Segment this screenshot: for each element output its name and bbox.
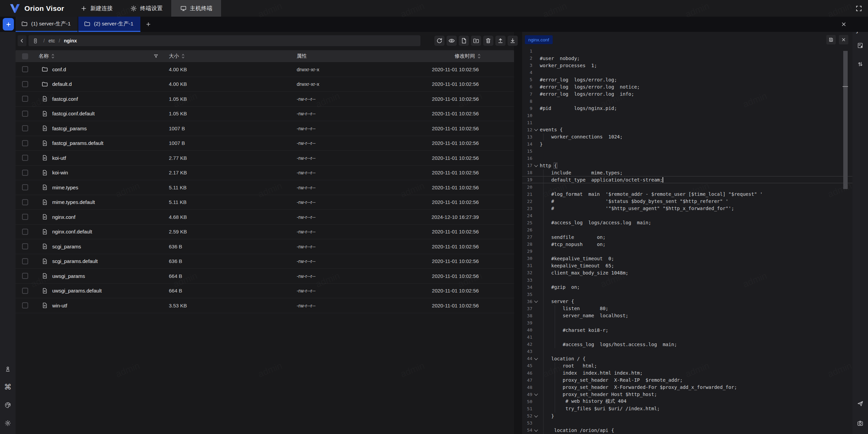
table-row-default.d[interactable]: default.d4.00 KBdrwxr-xr-x2020-11-01 10:… [16,77,514,92]
fold-chevron-icon[interactable] [532,357,540,360]
row-checkbox[interactable] [22,229,28,235]
sort-icon[interactable] [181,54,185,59]
code-line-24[interactable]: 24 [522,212,852,219]
row-checkbox[interactable] [22,184,28,190]
code-line-54[interactable]: 54 location /orion/api { [522,427,852,434]
send-button[interactable] [855,399,865,408]
table-row-conf.d[interactable]: conf.d4.00 KBdrwxr-xr-x2020-11-01 10:02:… [16,62,514,77]
save-button[interactable] [826,35,836,44]
row-checkbox[interactable] [22,81,28,87]
code-line-33[interactable]: 33 [522,277,852,284]
code-line-20[interactable]: 20 [522,183,852,190]
code-line-1[interactable]: 1 [522,48,852,55]
row-checkbox[interactable] [22,140,28,146]
code-line-18[interactable]: 18 include mime.types; [522,169,852,176]
table-row-scgi_params.default[interactable]: scgi_params.default636 B-rw-r--r--2020-1… [16,254,514,269]
code-line-16[interactable]: 16 [522,155,852,162]
code-line-11[interactable]: 11 [522,119,852,126]
code-line-50[interactable]: 50 # web history 模式 404 [522,398,852,405]
path-segment-nginx[interactable]: nginx [64,38,77,43]
back-button[interactable] [18,35,26,46]
editor-file-tab[interactable]: nginx.conf [525,35,553,44]
close-panel-icon[interactable] [841,21,847,27]
fold-chevron-icon[interactable] [532,393,540,396]
table-row-koi-utf[interactable]: koi-utf2.77 KB-rw-r--r--2020-11-01 10:02… [16,151,514,166]
code-line-38[interactable]: 38 server_name localhost; [522,312,852,319]
new-folder-button[interactable] [471,36,481,46]
code-line-21[interactable]: 21 #log_format main '$remote_addr - $rem… [522,191,852,198]
code-editor[interactable]: 12#user nobody;3worker_processes 1;45#er… [522,48,852,434]
row-checkbox[interactable] [22,273,28,279]
table-row-uwsgi_params.default[interactable]: uwsgi_params.default664 B-rw-r--r--2020-… [16,284,514,299]
table-row-mime.types[interactable]: mime.types5.11 KB-rw-r--r--2020-11-01 10… [16,180,514,195]
code-line-44[interactable]: 44 location / { [522,355,852,362]
path-segment-etc[interactable]: etc [48,38,55,43]
code-line-2[interactable]: 2#user nobody; [522,55,852,62]
fullscreen-button[interactable] [855,5,863,12]
row-checkbox[interactable] [22,96,28,102]
fold-chevron-icon[interactable] [532,164,540,167]
column-header-size[interactable]: 大小 [157,53,284,59]
code-line-30[interactable]: 30 #keepalive_timeout 0; [522,255,852,262]
session-tab-2[interactable]: (2) server-生产-1 [78,17,140,32]
fold-chevron-icon[interactable] [532,429,540,432]
code-line-35[interactable]: 35 [522,291,852,298]
code-line-36[interactable]: 36 server { [522,298,852,305]
code-line-19[interactable]: 19 default_type application/octet-stream… [522,176,852,183]
select-all-checkbox[interactable] [22,53,28,59]
column-header-modified[interactable]: 修改时间 [426,53,514,59]
nav-item-new-connection[interactable]: 新建连接 [72,0,121,17]
fold-chevron-icon[interactable] [532,128,540,131]
user-button[interactable] [3,364,13,374]
code-line-10[interactable]: 10 [522,112,852,119]
code-line-17[interactable]: 17http { [522,162,852,169]
doc-bookmark-button[interactable] [855,41,865,50]
refresh-button[interactable] [434,36,445,46]
editor-scrollbar[interactable] [843,51,848,189]
row-checkbox[interactable] [22,258,28,264]
column-header-name[interactable]: 名称 [35,53,157,59]
code-line-7[interactable]: 7#error_log logs/error.log info; [522,90,852,97]
code-line-15[interactable]: 15 [522,148,852,155]
sort-icon[interactable] [477,54,481,59]
row-checkbox[interactable] [22,111,28,117]
table-row-fastcgi.conf.default[interactable]: fastcgi.conf.default1.05 KB-rw-r--r--202… [16,107,514,121]
code-line-39[interactable]: 39 [522,319,852,326]
code-line-53[interactable]: 53 [522,419,852,427]
row-checkbox[interactable] [22,199,28,205]
fold-chevron-icon[interactable] [532,415,540,417]
add-tab-button[interactable] [145,21,152,27]
code-line-40[interactable]: 40 #charset koi8-r; [522,326,852,334]
code-line-26[interactable]: 26 [522,226,852,233]
row-checkbox[interactable] [22,125,28,131]
code-line-45[interactable]: 45 root html; [522,362,852,369]
table-row-mime.types.default[interactable]: mime.types.default5.11 KB-rw-r--r--2020-… [16,195,514,210]
swap-button[interactable] [855,59,865,69]
path-breadcrumb[interactable]: / etc / nginx [28,35,420,46]
settings-button[interactable] [3,418,13,428]
code-line-12[interactable]: 12events { [522,126,852,133]
code-line-47[interactable]: 47 proxy_set_header X-Real-IP $remote_ad… [522,377,852,384]
code-line-6[interactable]: 6#error_log logs/error.log notice; [522,83,852,90]
row-checkbox[interactable] [22,214,28,220]
row-checkbox[interactable] [22,302,28,308]
row-checkbox[interactable] [22,155,28,161]
download-button[interactable] [508,36,518,46]
code-line-13[interactable]: 13 worker_connections 1024; [522,133,852,140]
code-line-22[interactable]: 22 # '$status $body_bytes_sent "$http_re… [522,198,852,205]
code-line-48[interactable]: 48 proxy_set_header X-Forwarded-For $pro… [522,384,852,391]
code-line-25[interactable]: 25 #access_log logs/access.log main; [522,219,852,226]
table-row-fastcgi_params[interactable]: fastcgi_params1007 B-rw-r--r--2020-11-01… [16,121,514,136]
code-line-29[interactable]: 29 [522,248,852,255]
table-row-win-utf[interactable]: win-utf3.53 KB-rw-r--r--2020-11-01 10:02… [16,298,514,313]
new-file-button[interactable] [459,36,469,46]
table-row-fastcgi.conf[interactable]: fastcgi.conf1.05 KB-rw-r--r--2020-11-01 … [16,92,514,107]
code-line-32[interactable]: 32 client_max_body_size 1048m; [522,269,852,276]
brand[interactable]: Orion Visor [0,0,72,17]
row-checkbox[interactable] [22,66,28,72]
code-line-14[interactable]: 14} [522,140,852,148]
table-row-uwsgi_params[interactable]: uwsgi_params664 B-rw-r--r--2020-11-01 10… [16,269,514,284]
delete-button[interactable] [483,36,493,46]
palette-button[interactable] [3,400,13,410]
row-checkbox[interactable] [22,170,28,176]
